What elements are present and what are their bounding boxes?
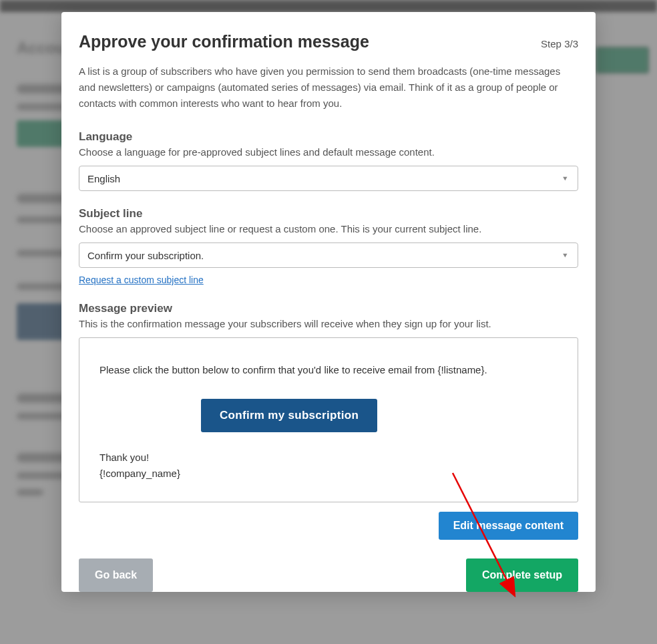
go-back-button[interactable]: Go back xyxy=(79,558,153,592)
preview-title: Message preview xyxy=(79,302,578,315)
step-indicator: Step 3/3 xyxy=(541,38,578,49)
subject-help: Choose an approved subject line or reque… xyxy=(79,223,578,234)
language-section: Language Choose a language for pre-appro… xyxy=(79,130,578,191)
preview-thanks-line1: Thank you! xyxy=(99,452,149,463)
preview-intro-text: Please click the button below to confirm… xyxy=(99,362,558,379)
subject-select[interactable]: Confirm your subscription. xyxy=(79,243,578,268)
subject-section: Subject line Choose an approved subject … xyxy=(79,207,578,286)
language-help: Choose a language for pre-approved subje… xyxy=(79,146,578,158)
subject-title: Subject line xyxy=(79,207,578,220)
preview-thanks-line2: {!company_name} xyxy=(99,468,180,479)
subject-selected-value: Confirm your subscription. xyxy=(87,250,204,261)
confirm-subscription-button[interactable]: Confirm my subscription xyxy=(201,399,377,432)
language-select[interactable]: English xyxy=(79,166,578,191)
preview-section: Message preview This is the confirmation… xyxy=(79,302,578,540)
preview-help: This is the confirmation message your su… xyxy=(79,318,578,329)
modal-description: A list is a group of subscribers who hav… xyxy=(79,63,578,112)
request-custom-subject-link[interactable]: Request a custom subject line xyxy=(79,275,204,285)
message-preview-box: Please click the button below to confirm… xyxy=(79,337,578,502)
confirmation-modal: Approve your confirmation message Step 3… xyxy=(61,12,596,592)
modal-title: Approve your confirmation message xyxy=(79,32,369,51)
modal-footer: Go back Complete setup xyxy=(79,558,578,592)
preview-thanks: Thank you! {!company_name} xyxy=(99,450,558,482)
language-selected-value: English xyxy=(87,173,120,184)
edit-message-content-button[interactable]: Edit message content xyxy=(439,512,578,540)
complete-setup-button[interactable]: Complete setup xyxy=(466,558,578,592)
language-title: Language xyxy=(79,130,578,144)
